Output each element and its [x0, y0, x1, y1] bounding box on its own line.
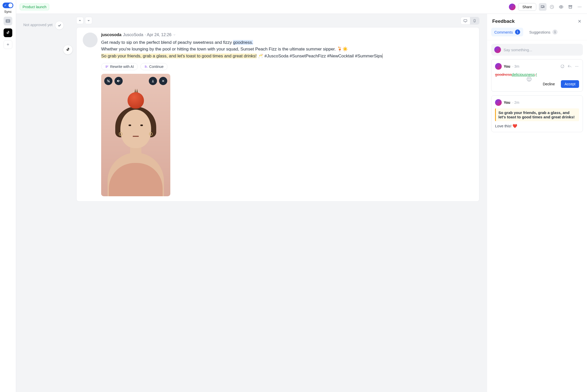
- suggestion-card: You · 3m: [491, 59, 583, 92]
- preview-icon[interactable]: [557, 3, 565, 11]
- accept-button[interactable]: Accept: [561, 80, 579, 88]
- post-highlight-suggestion: goodness.: [233, 40, 253, 45]
- close-feedback-button[interactable]: [577, 19, 582, 24]
- remove-media-button[interactable]: [159, 77, 167, 85]
- react-icon[interactable]: [560, 64, 565, 69]
- approve-button[interactable]: [55, 21, 64, 30]
- svg-point-16: [576, 66, 577, 67]
- post-handle: juscosoda: [101, 33, 121, 37]
- left-rail: ✓ Sync +: [0, 0, 16, 392]
- reply-icon[interactable]: [567, 64, 572, 69]
- comment-input[interactable]: Say something...: [491, 44, 583, 56]
- approval-column: Not approved yet: [16, 14, 76, 392]
- rewrite-label: Rewrite with AI: [110, 65, 134, 69]
- continue-ai-button[interactable]: Continue: [140, 63, 167, 70]
- tab-comments-label: Comments: [494, 30, 513, 34]
- svg-point-17: [578, 66, 578, 67]
- post-avatar: [83, 33, 98, 47]
- post-card: juscosoda JuscoSoda · Apr 24, 12:26 Get …: [76, 27, 479, 202]
- post-display-name: JuscoSoda: [123, 33, 143, 37]
- svg-point-8: [475, 22, 475, 22]
- svg-point-13: [530, 78, 530, 79]
- post-area: juscosoda JuscoSoda · Apr 24, 12:26 Get …: [76, 14, 487, 392]
- svg-point-4: [579, 6, 580, 7]
- post-text: Whether you're lounging by the pool or h…: [101, 47, 348, 51]
- tiktok-icon[interactable]: [4, 28, 12, 37]
- user-avatar[interactable]: [509, 4, 516, 10]
- tab-comments[interactable]: Comments 1: [491, 28, 523, 36]
- comment-card: You · 2m So grab your friends, grab a gl…: [491, 95, 583, 132]
- comment-text: Love this! ❤️: [495, 124, 579, 128]
- post-media[interactable]: [101, 74, 170, 196]
- desktop-view-button[interactable]: [461, 17, 470, 24]
- svg-point-11: [527, 77, 531, 81]
- quoted-text: So grab your friends, grab a glass, and …: [495, 108, 579, 121]
- comment-avatar: [495, 99, 502, 106]
- comment-placeholder: Say something...: [504, 48, 532, 52]
- device-toggle: [460, 17, 479, 25]
- mobile-view-button[interactable]: [470, 17, 479, 24]
- svg-point-15: [575, 66, 576, 67]
- crop-button[interactable]: [104, 77, 112, 85]
- comment-author: You: [504, 100, 510, 105]
- topbar: Product launch Share: [16, 0, 587, 14]
- comment-time: · 3m: [512, 64, 519, 68]
- next-post-button[interactable]: [85, 17, 92, 24]
- magic-icon: [105, 65, 109, 68]
- svg-point-3: [578, 6, 579, 7]
- date-dropdown-icon[interactable]: [173, 33, 176, 36]
- archive-icon[interactable]: [567, 3, 574, 11]
- post-text: Get ready to sip on the perfect blend of…: [101, 40, 233, 45]
- comment-time: · 2m: [512, 100, 519, 105]
- suggestion-diff: goodnessdeliciousness.!: [495, 72, 579, 77]
- comments-count-badge: 1: [515, 29, 520, 35]
- comments-icon[interactable]: [539, 3, 547, 11]
- feedback-title: Feedback: [492, 18, 515, 24]
- prev-post-button[interactable]: [76, 17, 83, 24]
- svg-rect-6: [464, 19, 467, 22]
- svg-point-5: [581, 6, 581, 7]
- download-button[interactable]: [149, 77, 157, 85]
- approval-status: Not approved yet: [23, 21, 53, 27]
- svg-point-9: [107, 80, 108, 81]
- comment-more-icon[interactable]: [574, 64, 579, 69]
- post-date: · Apr 24, 12:26: [145, 33, 171, 37]
- add-channel-button[interactable]: +: [4, 40, 12, 49]
- tab-suggestions[interactable]: Suggestions 1: [526, 28, 561, 36]
- post-text: 🥂 #JuscoSoda #SunsetPeachFizz #NewCockta…: [257, 54, 382, 58]
- continue-label: Continue: [149, 65, 164, 69]
- more-icon[interactable]: [576, 3, 583, 11]
- sync-toggle[interactable]: ✓: [3, 3, 13, 8]
- youtube-icon[interactable]: [4, 17, 12, 25]
- tab-suggestions-label: Suggestions: [529, 30, 551, 34]
- sync-label: Sync: [4, 10, 12, 14]
- share-button[interactable]: Share: [518, 3, 536, 11]
- post-body[interactable]: Get ready to sip on the perfect blend of…: [101, 39, 473, 59]
- suggestions-count-badge: 1: [552, 29, 558, 35]
- input-avatar: [494, 46, 501, 53]
- mute-button[interactable]: [114, 77, 123, 85]
- feedback-panel: Feedback Comments 1 Suggestions 1: [487, 14, 587, 392]
- comment-avatar: [495, 63, 502, 70]
- comment-author: You: [504, 64, 510, 68]
- post-platform-tiktok-icon[interactable]: [63, 45, 73, 55]
- post-highlight-comment: So grab your friends, grab a glass, and …: [101, 54, 257, 58]
- rewrite-ai-button[interactable]: Rewrite with AI: [101, 63, 138, 70]
- continue-icon: [144, 65, 148, 68]
- emoji-picker-icon[interactable]: [526, 76, 532, 82]
- history-icon[interactable]: [548, 3, 556, 11]
- svg-point-12: [528, 78, 529, 79]
- campaign-tag[interactable]: Product launch: [20, 4, 49, 10]
- svg-point-2: [561, 6, 562, 7]
- decline-button[interactable]: Decline: [539, 80, 558, 88]
